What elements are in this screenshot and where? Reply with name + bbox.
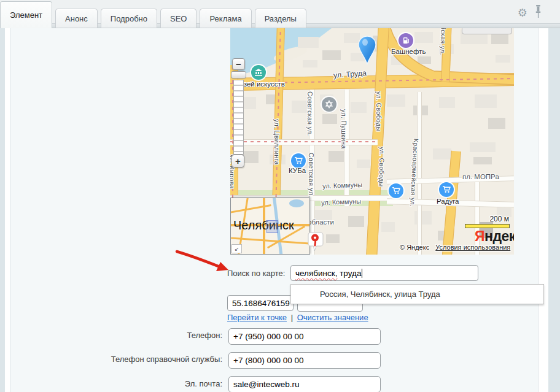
area-label: области	[308, 218, 334, 226]
search-suggestion-dropdown[interactable]: Россия, Челябинск, улица Труда	[290, 284, 544, 304]
text-caret	[362, 269, 362, 278]
pin-icon[interactable]	[534, 4, 542, 19]
yandex-logo-rest: ндекс	[484, 228, 514, 244]
tab-seo[interactable]: SEO	[160, 9, 196, 28]
red-arrow-annotation	[172, 247, 233, 274]
tab-podrobno[interactable]: Подробно	[101, 9, 157, 28]
museum-icon	[254, 69, 263, 76]
cart-icon	[295, 157, 303, 164]
blue-placemark-icon[interactable]	[358, 36, 376, 65]
support-phone-value: +7 (800) 000 00 00	[233, 356, 303, 365]
minimap-lake	[289, 199, 304, 207]
street-label: ул. Коммуны	[321, 198, 361, 206]
search-word-misspelled: челябинск,	[295, 269, 337, 278]
star-of-david-icon	[325, 100, 333, 109]
red-placemark-icon[interactable]	[307, 232, 325, 254]
tab-anons[interactable]: Анонс	[55, 9, 98, 28]
phone-input[interactable]: +7 (950) 000 00 00	[228, 328, 381, 345]
tram-line	[230, 141, 378, 142]
tabs: Элемент Анонс Подробно SEO Реклама Разде…	[0, 0, 309, 28]
shop-poi[interactable]	[389, 183, 403, 198]
minimap[interactable]: Челябинск ↙	[230, 198, 310, 255]
phone-value: +7 (950) 000 00 00	[233, 332, 303, 341]
support-phone-label: Телефон справочной службы:	[111, 355, 222, 364]
street-label: ул. Пушкина	[340, 109, 348, 149]
map-search-label: Поиск по карте:	[227, 269, 285, 278]
minimap-viewport-rect[interactable]	[266, 220, 278, 233]
fuel-pump-icon	[403, 37, 410, 44]
email-input[interactable]: sale@intecweb.ru	[228, 376, 381, 392]
copyright-text: © Яндекс	[400, 244, 429, 251]
latitude-value: 55.1686476159	[232, 299, 290, 308]
minimap-city-label: Челябинск	[233, 218, 294, 233]
poi-label: Башнефть	[391, 48, 426, 55]
fuel-poi[interactable]	[399, 33, 413, 48]
shop-poi[interactable]	[439, 182, 454, 197]
settings-gear-icon[interactable]: ⚙	[518, 6, 527, 20]
email-label: Эл. почта:	[185, 379, 222, 388]
latitude-input[interactable]: 55.1686476159	[227, 295, 294, 311]
tab-reklama[interactable]: Реклама	[200, 9, 251, 28]
cart-icon	[443, 186, 451, 193]
cart-icon	[392, 187, 400, 194]
suggestion-item[interactable]: Россия, Челябинск, улица Труда	[320, 290, 440, 299]
museum-poi[interactable]	[251, 65, 266, 80]
terms-link[interactable]: Условия использования	[435, 244, 510, 251]
zoom-out-button[interactable]: −	[232, 58, 245, 70]
scale-label: 200 м	[465, 215, 509, 223]
yandex-logo: Яндекс	[475, 228, 514, 245]
scale-bar	[465, 224, 510, 228]
poi-label: Радуга	[437, 198, 459, 205]
links-separator: |	[291, 313, 293, 322]
yandex-map[interactable]: ул. Труда йская ул. ул. Свободы ул. Своб…	[230, 28, 514, 255]
tab-element[interactable]: Элемент	[0, 1, 52, 28]
zoom-in-button[interactable]: +	[231, 155, 244, 167]
synagogue-poi[interactable]	[322, 97, 336, 112]
map-links-row: Перейти к точке | Очистить значение	[227, 313, 368, 322]
area-label: пл. МОПРа	[462, 173, 499, 180]
map-search-input[interactable]: челябинск, труда	[290, 265, 478, 281]
clear-value-link[interactable]: Очистить значение	[297, 313, 368, 322]
phone-label: Телефон:	[187, 331, 222, 340]
street-label: йская ул.	[439, 28, 448, 55]
street-label: ул. Цвиллинга	[273, 119, 281, 165]
street-label: Советская ул.	[306, 91, 314, 136]
street-label: ул. Свободы	[378, 147, 386, 187]
minimap-road	[231, 237, 310, 244]
yandex-logo-ya: Я	[475, 228, 484, 244]
support-phone-input[interactable]: +7 (800) 000 00 00	[228, 352, 381, 369]
street-label: Советская ул.	[308, 153, 315, 198]
layers-button[interactable]	[462, 28, 512, 34]
shop-poi[interactable]	[291, 153, 306, 168]
search-word: труда	[337, 269, 361, 278]
poi-label: КУБа	[289, 167, 306, 174]
street-label: ул. Свободы	[375, 91, 383, 132]
zoom-slider-track[interactable]	[233, 80, 244, 155]
street-label: ул. Коммуны	[322, 181, 362, 190]
zoom-slider-handle[interactable]	[231, 71, 246, 79]
map-attribution: © Яндекс Условия использования	[400, 244, 510, 251]
goto-point-link[interactable]: Перейти к точке	[227, 313, 287, 322]
tab-razdely[interactable]: Разделы	[255, 9, 306, 28]
road-minor-h	[230, 139, 378, 145]
email-value: sale@intecweb.ru	[233, 380, 300, 389]
